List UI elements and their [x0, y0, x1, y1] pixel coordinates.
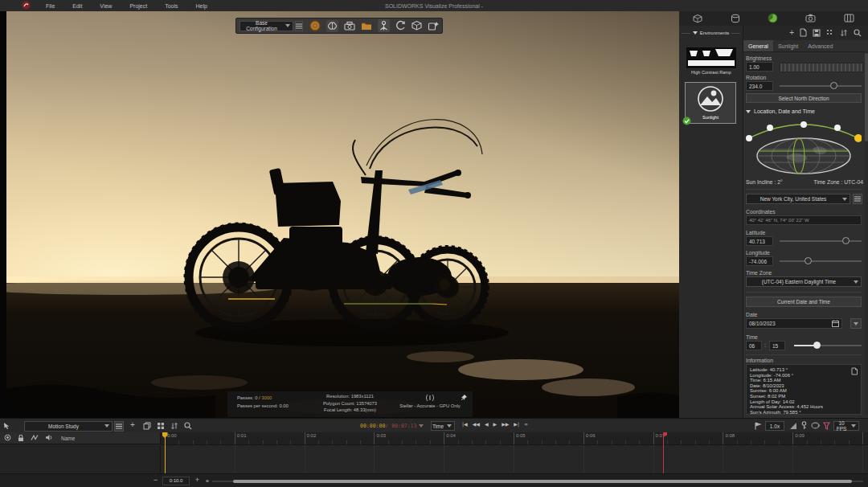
snapshot-camera-icon[interactable] [344, 21, 355, 31]
cameras-tab-icon[interactable] [805, 14, 816, 23]
environment-item-high-contrast-ramp[interactable]: High Contrast Ramp [686, 47, 736, 75]
environments-tab-icon[interactable] [768, 13, 778, 24]
menu-item[interactable]: Help [187, 3, 216, 9]
play-reverse-button[interactable]: ◀ [482, 421, 491, 427]
rotation-input[interactable]: 234.0 [746, 81, 773, 91]
calendar-icon[interactable] [832, 320, 839, 327]
filter-keys-icon[interactable] [823, 422, 830, 431]
rotation-slider[interactable] [780, 81, 862, 91]
date-options-button[interactable] [850, 318, 862, 329]
tab-sunlight[interactable]: Sunlight [773, 40, 803, 51]
environment-item-sunlight[interactable]: Sunlight [685, 82, 736, 124]
timezone-dropdown[interactable]: (UTC-04) Eastern Daylight Time [746, 276, 862, 287]
loop-button[interactable]: ∞ [522, 421, 530, 427]
fps-dropdown[interactable]: 10 FPS [833, 421, 859, 431]
play-button[interactable]: ▶ [491, 421, 500, 427]
save-icon[interactable] [813, 29, 821, 38]
zoom-out-icon[interactable]: − [152, 477, 159, 484]
grid-view-icon[interactable] [826, 29, 834, 38]
library-folder-icon[interactable] [361, 21, 372, 31]
time-hour-input[interactable]: 06 [746, 341, 762, 350]
timeline-ruler[interactable]: 0:000:010:020:030:040:050:060:070:080:09 [161, 432, 868, 445]
slider-handle[interactable] [830, 82, 837, 89]
brightness-slider[interactable] [780, 63, 863, 72]
time-mode-dropdown[interactable]: Time [431, 421, 455, 431]
timeline-zoom-value[interactable]: 0:10.0 [162, 477, 190, 485]
menu-item[interactable]: View [91, 3, 121, 9]
turntable-rotate-icon[interactable] [395, 20, 406, 31]
render-tools-icon[interactable] [428, 20, 439, 31]
city-menu-button[interactable] [853, 194, 862, 204]
brightness-input[interactable]: 1.00 [746, 62, 773, 72]
plates-tab-icon[interactable] [844, 14, 854, 23]
configuration-menu-button[interactable] [295, 21, 303, 31]
grid-view-icon[interactable] [157, 422, 165, 431]
time-minute-input[interactable]: 15 [769, 341, 785, 350]
lock-icon[interactable] [18, 434, 24, 443]
location-section-header[interactable]: Location, Date and Time [746, 108, 815, 114]
timeline-tracks[interactable] [161, 445, 868, 473]
select-north-direction-button[interactable]: Select North Direction [746, 93, 862, 103]
sort-icon[interactable] [840, 29, 848, 38]
playhead-line[interactable] [165, 432, 166, 473]
tab-general[interactable]: General [743, 40, 773, 51]
slider-handle[interactable] [805, 257, 812, 264]
select-cursor-icon[interactable] [3, 422, 11, 431]
sun-path-globe-widget[interactable] [746, 117, 862, 178]
loop-icon[interactable] [811, 422, 820, 430]
step-back-button[interactable]: ◀◀ [470, 421, 482, 427]
zoom-in-icon[interactable]: + [194, 477, 201, 484]
key-icon[interactable] [800, 421, 808, 431]
motion-study-dropdown[interactable]: Motion Study [24, 421, 113, 432]
add-keyframe-icon[interactable]: + [130, 421, 135, 429]
menu-item[interactable]: Edit [63, 3, 91, 9]
longitude-slider[interactable] [780, 256, 862, 266]
timeline-scrollbar-thumb[interactable] [233, 480, 852, 483]
environments-header[interactable]: Environments [679, 26, 743, 39]
panel-scrollbar[interactable] [865, 51, 868, 415]
transport-controls: |◀◀◀◀▶▶▶▶|∞ [460, 421, 530, 427]
latitude-slider[interactable] [780, 236, 862, 246]
city-dropdown[interactable]: New York City, United States [746, 194, 850, 204]
add-icon[interactable]: + [789, 29, 794, 37]
playback-speed-dropdown[interactable]: 1.0x [765, 421, 784, 431]
viewport-3d[interactable]: Base Configuration [6, 11, 679, 418]
curve-editor-icon[interactable] [31, 434, 39, 442]
time-readout[interactable]: 00:00:00 / 00:07:13 [360, 423, 426, 429]
tab-advanced[interactable]: Advanced [803, 40, 837, 51]
search-icon[interactable] [854, 29, 862, 38]
duplicate-icon[interactable] [143, 422, 151, 431]
render-preview-orb-icon[interactable] [309, 20, 321, 32]
menu-item[interactable]: Tools [156, 3, 186, 9]
time-slider[interactable] [794, 341, 862, 350]
scrollbar-thumb[interactable] [865, 53, 868, 141]
models-tab-icon[interactable] [693, 14, 702, 24]
date-input[interactable]: 08/10/2023 [746, 318, 842, 329]
latitude-input[interactable]: 40.713 [746, 236, 773, 246]
slider-handle[interactable] [813, 342, 821, 349]
camera-tripod-icon[interactable] [378, 19, 390, 32]
longitude-input[interactable]: -74.006 [746, 256, 773, 266]
pin-icon[interactable] [461, 394, 468, 402]
menu-item[interactable]: Project [121, 3, 156, 9]
motion-study-menu-button[interactable] [114, 421, 124, 432]
current-date-time-button[interactable]: Current Date and Time [746, 297, 862, 307]
new-document-icon[interactable] [800, 28, 807, 38]
search-icon[interactable] [184, 422, 192, 431]
configuration-dropdown[interactable]: Base Configuration [240, 21, 293, 31]
skip-to-end-button[interactable]: ▶| [511, 421, 522, 427]
model-cube-icon[interactable] [411, 20, 422, 31]
copy-document-icon[interactable] [851, 367, 858, 376]
step-forward-button[interactable]: ▶▶ [499, 421, 511, 427]
skip-to-start-button[interactable]: |◀ [460, 421, 470, 427]
slider-handle[interactable] [842, 237, 850, 244]
ease-curve-icon[interactable] [789, 422, 797, 431]
denoiser-brain-icon[interactable] [326, 20, 338, 32]
mute-speaker-icon[interactable] [45, 434, 53, 442]
record-icon[interactable] [4, 434, 11, 442]
appearances-tab-icon[interactable] [731, 14, 740, 24]
end-marker-line[interactable] [663, 432, 664, 473]
menu-item[interactable]: File [37, 3, 63, 9]
sort-icon[interactable] [170, 422, 178, 431]
flag-icon[interactable] [754, 422, 762, 431]
